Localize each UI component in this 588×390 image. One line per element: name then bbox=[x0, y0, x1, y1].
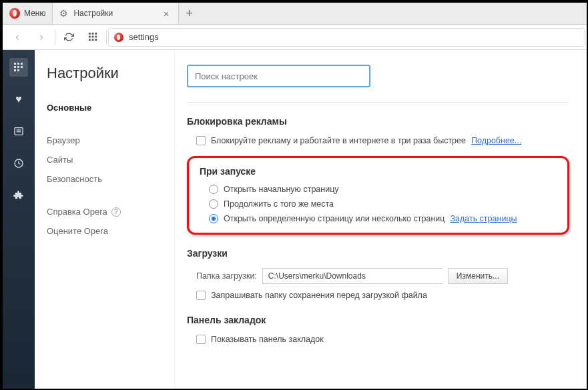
reload-button[interactable] bbox=[57, 27, 81, 48]
nav-item-help[interactable]: Справка Opera ? bbox=[47, 202, 162, 221]
download-ask-label: Запрашивать папку сохранения перед загру… bbox=[211, 291, 427, 300]
settings-content: Блокировка рекламы Блокируйте рекламу и … bbox=[175, 50, 588, 390]
startup-radio-specific[interactable] bbox=[209, 214, 218, 223]
svg-rect-10 bbox=[17, 63, 19, 65]
section-adblock-heading: Блокировка рекламы bbox=[187, 116, 569, 127]
help-icon: ? bbox=[111, 207, 121, 217]
startup-callout: При запуске Открыть начальную страницу П… bbox=[187, 156, 569, 235]
tab-title: Настройки bbox=[73, 9, 113, 18]
nav-item-rate[interactable]: Оцените Opera bbox=[47, 221, 162, 241]
bookmarks-icon[interactable]: ♥ bbox=[9, 90, 28, 109]
history-icon[interactable] bbox=[9, 154, 28, 173]
nav-item-security[interactable]: Безопасность bbox=[47, 169, 162, 189]
startup-option-label: Продолжить с того же места bbox=[224, 199, 334, 209]
startup-radio-continue[interactable] bbox=[209, 199, 218, 209]
adblock-learn-more-link[interactable]: Подробнее... bbox=[471, 136, 521, 145]
svg-rect-14 bbox=[21, 66, 23, 68]
adblock-label: Блокируйте рекламу и работайте в интерне… bbox=[211, 136, 466, 145]
svg-rect-0 bbox=[88, 33, 90, 35]
svg-rect-12 bbox=[14, 66, 16, 68]
url-text: settings bbox=[129, 32, 159, 42]
svg-rect-1 bbox=[91, 33, 93, 35]
section-startup-heading: При запуске bbox=[200, 166, 557, 177]
settings-nav: Настройки Основные Браузер Сайты Безопас… bbox=[35, 50, 175, 390]
opera-logo-icon bbox=[9, 8, 20, 19]
svg-rect-4 bbox=[91, 36, 93, 38]
toolbar-divider bbox=[55, 30, 55, 45]
svg-rect-7 bbox=[91, 39, 93, 41]
toolbar-divider bbox=[106, 30, 107, 45]
url-bar[interactable]: settings bbox=[108, 28, 585, 47]
download-change-button[interactable]: Изменить... bbox=[448, 268, 508, 284]
startup-option-label: Открыть начальную страницу bbox=[224, 185, 339, 194]
new-tab-button[interactable]: + bbox=[179, 3, 200, 24]
nav-item-browser[interactable]: Браузер bbox=[47, 131, 162, 150]
news-icon[interactable] bbox=[9, 122, 28, 141]
divider bbox=[187, 102, 569, 103]
svg-rect-6 bbox=[88, 39, 90, 41]
opera-icon bbox=[114, 33, 123, 42]
startup-radio-homepage[interactable] bbox=[209, 185, 218, 194]
back-button[interactable] bbox=[5, 27, 29, 48]
tab-settings[interactable]: ⚙ Настройки × bbox=[52, 3, 179, 24]
show-bookmarks-checkbox[interactable] bbox=[196, 335, 206, 344]
svg-rect-11 bbox=[21, 63, 23, 65]
page-title: Настройки bbox=[47, 65, 162, 82]
section-bookmarks-heading: Панель закладок bbox=[187, 315, 569, 325]
svg-rect-8 bbox=[95, 39, 97, 41]
gear-icon: ⚙ bbox=[59, 8, 68, 19]
adblock-checkbox[interactable] bbox=[196, 136, 206, 145]
speed-dial-button[interactable] bbox=[81, 27, 105, 48]
menu-label: Меню bbox=[24, 9, 45, 18]
sidebar-icons: ♥ bbox=[3, 50, 35, 390]
svg-rect-3 bbox=[88, 36, 90, 38]
svg-rect-9 bbox=[14, 63, 16, 65]
show-bookmarks-label: Показывать панель закладок bbox=[211, 335, 324, 344]
svg-rect-15 bbox=[14, 69, 16, 71]
nav-item-sites[interactable]: Сайты bbox=[47, 150, 162, 169]
svg-rect-16 bbox=[17, 69, 19, 71]
menu-button[interactable]: Меню bbox=[3, 3, 52, 24]
download-folder-path: C:\Users\merku\Downloads bbox=[262, 268, 443, 284]
download-ask-checkbox[interactable] bbox=[196, 291, 206, 300]
svg-rect-13 bbox=[17, 66, 19, 68]
titlebar: Меню ⚙ Настройки × + bbox=[3, 3, 588, 25]
nav-item-basic[interactable]: Основные bbox=[47, 98, 162, 117]
set-pages-link[interactable]: Задать страницы bbox=[450, 214, 517, 223]
svg-rect-2 bbox=[95, 33, 97, 35]
download-folder-label: Папка загрузки: bbox=[196, 271, 257, 281]
svg-rect-5 bbox=[95, 36, 97, 38]
section-downloads-heading: Загрузки bbox=[187, 248, 569, 259]
close-tab-button[interactable]: × bbox=[161, 8, 172, 19]
extensions-icon[interactable] bbox=[9, 186, 28, 205]
help-label: Справка Opera bbox=[47, 207, 107, 217]
speed-dial-icon[interactable] bbox=[9, 58, 28, 77]
search-input[interactable] bbox=[187, 65, 370, 87]
forward-button[interactable] bbox=[29, 27, 53, 48]
toolbar: settings bbox=[3, 25, 588, 50]
startup-option-label: Открыть определенную страницу или нескол… bbox=[224, 214, 445, 223]
